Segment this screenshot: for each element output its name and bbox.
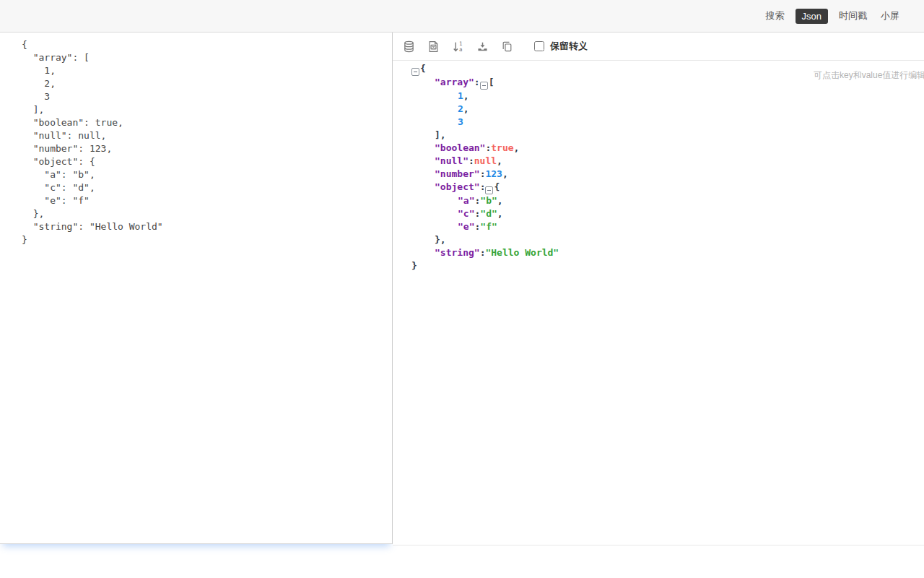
json-number[interactable]: 2 xyxy=(458,103,463,114)
edit-hint: 可点击key和value值进行编辑 xyxy=(814,69,924,82)
json-number[interactable]: 1 xyxy=(458,90,463,101)
json-line: "null":null, xyxy=(393,155,924,168)
download-icon[interactable] xyxy=(476,40,489,53)
topbar: 搜索 Json 时间戳 小屏 xyxy=(0,0,924,33)
json-string[interactable]: "f" xyxy=(480,221,497,232)
preserve-escape-checkbox[interactable] xyxy=(534,41,544,51)
json-key[interactable]: "string" xyxy=(435,247,480,258)
json-punctuation: }, xyxy=(435,234,446,245)
json-input-textarea[interactable] xyxy=(0,33,392,543)
json-line: 2, xyxy=(393,103,924,116)
json-line: 1, xyxy=(393,90,924,103)
json-line: }, xyxy=(393,233,924,246)
json-punctuation: [ xyxy=(489,77,494,87)
json-string[interactable]: "b" xyxy=(480,195,497,206)
sort-icon[interactable]: 1 a xyxy=(452,40,464,53)
json-line: "e":"f" xyxy=(393,220,924,233)
json-punctuation: , xyxy=(502,168,508,179)
json-key[interactable]: "e" xyxy=(458,221,474,232)
menu-item-search[interactable]: 搜索 xyxy=(763,7,788,25)
json-input-panel xyxy=(0,33,393,544)
json-punctuation: , xyxy=(497,155,502,166)
json-punctuation: ], xyxy=(435,129,446,140)
json-line: 3 xyxy=(393,116,924,129)
collapse-icon[interactable] xyxy=(485,186,493,194)
json-boolean[interactable]: true xyxy=(491,142,513,153)
json-line: "object":{ xyxy=(393,181,924,194)
preserve-escape-label[interactable]: 保留转义 xyxy=(550,40,588,53)
json-key[interactable]: "object" xyxy=(435,181,480,192)
json-string[interactable]: "Hello World" xyxy=(485,247,559,258)
json-punctuation: , xyxy=(497,208,503,219)
menu-item-timestamp[interactable]: 时间戳 xyxy=(836,7,870,25)
collapse-icon[interactable] xyxy=(480,82,488,90)
svg-text:a: a xyxy=(459,46,462,53)
json-key[interactable]: "boolean" xyxy=(435,142,485,153)
json-punctuation: { xyxy=(494,181,500,192)
json-key[interactable]: "number" xyxy=(435,168,480,179)
json-viewer-panel: 1 a 保留转义 可点击key和value值进行编辑 {"a xyxy=(393,33,924,545)
json-punctuation: , xyxy=(514,142,520,153)
json-key[interactable]: "c" xyxy=(458,208,474,219)
formatted-json: {"array":[1,2,3],"boolean":true,"null":n… xyxy=(393,62,924,272)
excel-export-icon[interactable] xyxy=(427,40,440,53)
json-line: "a":"b", xyxy=(393,194,924,207)
json-line: "boolean":true, xyxy=(393,142,924,155)
copy-icon[interactable] xyxy=(501,40,513,53)
json-key[interactable]: "array" xyxy=(435,77,474,87)
json-punctuation: } xyxy=(411,260,417,271)
json-punctuation: , xyxy=(463,90,469,101)
json-punctuation: { xyxy=(420,63,426,74)
json-line: "number":123, xyxy=(393,168,924,181)
json-key[interactable]: "a" xyxy=(458,195,474,206)
json-punctuation: : xyxy=(480,181,486,192)
json-line: "c":"d", xyxy=(393,207,924,220)
menu-item-json[interactable]: Json xyxy=(796,9,828,24)
json-string[interactable]: "d" xyxy=(480,208,497,219)
json-punctuation: , xyxy=(463,103,469,114)
formatted-json-area: 可点击key和value值进行编辑 {"array":[1,2,3],"bool… xyxy=(393,61,924,545)
json-punctuation: : xyxy=(468,155,474,166)
json-line: ], xyxy=(393,129,924,142)
json-null[interactable]: null xyxy=(474,155,497,166)
database-icon[interactable] xyxy=(403,40,415,53)
collapse-icon[interactable] xyxy=(411,68,419,76)
menu-item-small-screen[interactable]: 小屏 xyxy=(878,7,902,25)
json-key[interactable]: "null" xyxy=(435,155,468,166)
viewer-toolbar: 1 a 保留转义 xyxy=(393,33,924,61)
main-split: 1 a 保留转义 可点击key和value值进行编辑 {"a xyxy=(0,33,924,545)
json-number[interactable]: 123 xyxy=(485,168,502,179)
json-punctuation: , xyxy=(497,195,503,206)
json-number[interactable]: 3 xyxy=(458,116,463,127)
json-line: } xyxy=(393,259,924,272)
json-punctuation: : xyxy=(474,77,480,87)
json-line: "string":"Hello World" xyxy=(393,246,924,259)
